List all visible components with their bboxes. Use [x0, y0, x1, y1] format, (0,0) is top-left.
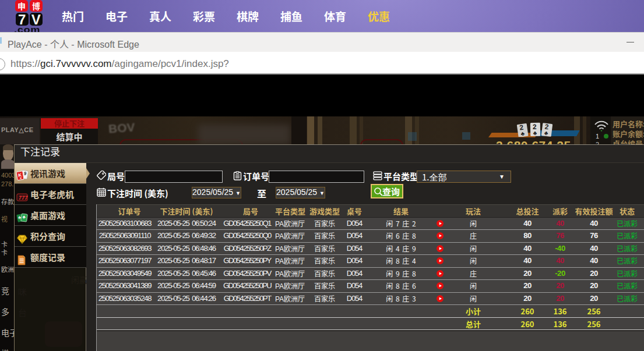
svg-text:777: 777: [18, 194, 28, 201]
svg-text:♣: ♣: [533, 130, 537, 136]
